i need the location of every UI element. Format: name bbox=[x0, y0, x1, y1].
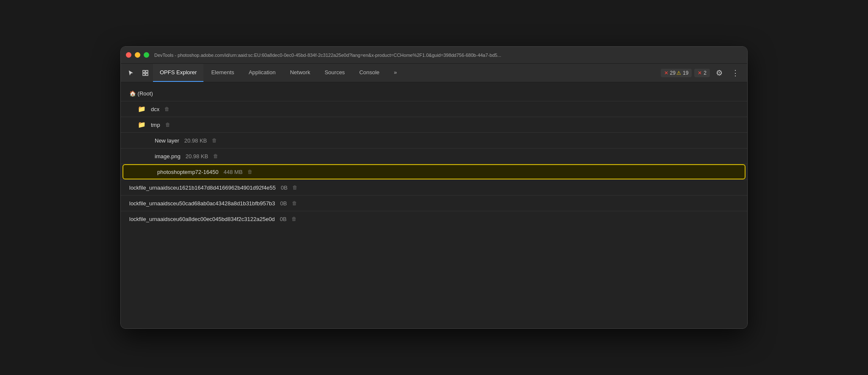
file-name: image.png bbox=[155, 153, 181, 160]
file-size: 0B bbox=[281, 185, 288, 191]
toolbar: OPFS Explorer Elements Application Netwo… bbox=[121, 64, 747, 82]
title-bar: DevTools - photoshop.adobe.com/id/urn:aa… bbox=[121, 47, 747, 64]
file-tree: 🏠 (Root) 📁 dcx 🗑 📁 tmp 🗑 New layer 20.98… bbox=[121, 82, 747, 230]
trash-icon[interactable]: 🗑 bbox=[165, 122, 171, 128]
toolbar-right: ✕ 29 ⚠ 19 ✕ 2 ⚙ ⋮ bbox=[659, 64, 744, 82]
trash-icon[interactable]: 🗑 bbox=[212, 137, 218, 143]
trash-icon[interactable]: 🗑 bbox=[292, 185, 298, 190]
list-item[interactable]: New layer 20.98 KB 🗑 bbox=[121, 133, 747, 148]
issues-icon: ✕ bbox=[698, 70, 702, 76]
list-item[interactable]: photoshoptemp72-16450 448 MB 🗑 bbox=[122, 164, 746, 179]
file-size: 20.98 KB bbox=[184, 137, 207, 144]
trash-icon[interactable]: 🗑 bbox=[292, 216, 298, 222]
list-item[interactable]: 📁 tmp 🗑 bbox=[121, 117, 747, 132]
trash-icon[interactable]: 🗑 bbox=[248, 169, 253, 175]
error-icon: ✕ bbox=[664, 70, 668, 76]
file-name: lockfile_urnaaidsceu50cad68ab0ac43428a8d… bbox=[129, 200, 275, 207]
list-item[interactable]: 📁 dcx 🗑 bbox=[121, 101, 747, 117]
content-area: 🏠 (Root) 📁 dcx 🗑 📁 tmp 🗑 New layer 20.98… bbox=[121, 82, 747, 328]
file-size: 0B bbox=[280, 216, 287, 222]
file-size: 20.98 KB bbox=[186, 153, 209, 160]
root-label: 🏠 (Root) bbox=[129, 90, 153, 97]
list-item[interactable]: image.png 20.98 KB 🗑 bbox=[121, 148, 747, 164]
cursor-icon-button[interactable] bbox=[124, 64, 138, 82]
trash-icon[interactable]: 🗑 bbox=[292, 200, 298, 206]
list-item[interactable]: lockfile_urnaaidsceu50cad68ab0ac43428a8d… bbox=[121, 196, 747, 211]
devtools-window: DevTools - photoshop.adobe.com/id/urn:aa… bbox=[120, 46, 748, 329]
folder-icon: 📁 bbox=[138, 105, 146, 113]
file-name: lockfile_urnaaidsceu60a8dec00ec045bd834f… bbox=[129, 216, 275, 222]
error-count: 29 bbox=[670, 70, 676, 76]
more-options-icon: ⋮ bbox=[732, 68, 739, 78]
list-item[interactable]: lockfile_urnaaidsceu60a8dec00ec045bd834f… bbox=[121, 211, 747, 227]
root-item[interactable]: 🏠 (Root) bbox=[121, 86, 747, 101]
tab-console[interactable]: Console bbox=[353, 64, 387, 82]
list-item[interactable]: lockfile_urnaaidsceu1621b1647d8d4166962b… bbox=[121, 180, 747, 195]
svg-rect-0 bbox=[143, 70, 145, 73]
folder-icon: 📁 bbox=[138, 121, 146, 129]
inspect-icon-button[interactable] bbox=[139, 64, 152, 82]
file-name: dcx bbox=[151, 106, 159, 112]
tab-application[interactable]: Application bbox=[242, 64, 283, 82]
issues-badge-group[interactable]: ✕ 2 bbox=[694, 69, 710, 77]
file-name: tmp bbox=[151, 122, 160, 128]
error-badge-group[interactable]: ✕ 29 ⚠ 19 bbox=[661, 69, 692, 77]
tab-sources[interactable]: Sources bbox=[318, 64, 352, 82]
tab-elements[interactable]: Elements bbox=[204, 64, 241, 82]
close-button[interactable] bbox=[126, 52, 131, 58]
tab-more[interactable]: » bbox=[387, 64, 403, 82]
svg-rect-2 bbox=[143, 73, 145, 76]
file-size: 0B bbox=[280, 200, 287, 207]
toolbar-spacer bbox=[405, 64, 658, 82]
settings-button[interactable]: ⚙ bbox=[712, 66, 726, 80]
warning-count: 19 bbox=[683, 70, 688, 76]
more-options-button[interactable]: ⋮ bbox=[729, 66, 742, 80]
window-title: DevTools - photoshop.adobe.com/id/urn:aa… bbox=[154, 53, 501, 58]
tab-network[interactable]: Network bbox=[283, 64, 317, 82]
svg-rect-3 bbox=[146, 73, 148, 76]
trash-icon[interactable]: 🗑 bbox=[164, 106, 170, 112]
maximize-button[interactable] bbox=[144, 52, 149, 58]
file-size: 448 MB bbox=[224, 169, 243, 175]
minimize-button[interactable] bbox=[135, 52, 140, 58]
warning-icon: ⚠ bbox=[676, 70, 681, 76]
file-name: lockfile_urnaaidsceu1621b1647d8d4166962b… bbox=[129, 185, 276, 191]
trash-icon[interactable]: 🗑 bbox=[213, 153, 219, 159]
tab-opfs-explorer[interactable]: OPFS Explorer bbox=[153, 64, 203, 82]
file-name: New layer bbox=[155, 137, 179, 144]
traffic-lights bbox=[126, 52, 149, 58]
settings-icon: ⚙ bbox=[716, 68, 723, 78]
svg-rect-1 bbox=[146, 70, 148, 73]
file-name: photoshoptemp72-16450 bbox=[157, 169, 219, 175]
issues-count: 2 bbox=[704, 70, 707, 76]
